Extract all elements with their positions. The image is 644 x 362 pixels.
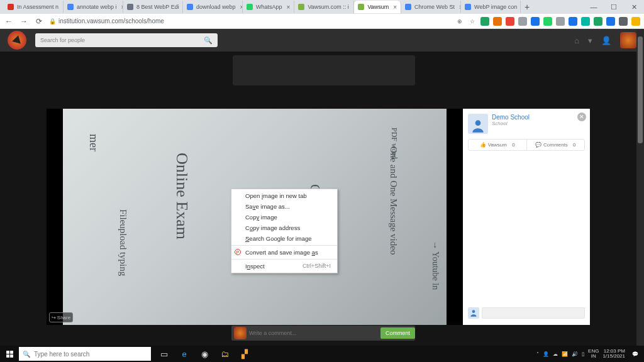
- extension-icon[interactable]: [518, 17, 527, 26]
- close-lightbox-button[interactable]: ✕: [577, 112, 586, 121]
- extension-icon[interactable]: [480, 17, 489, 26]
- browser-tab[interactable]: annotate webp i×: [64, 1, 123, 13]
- tab-favicon: [8, 4, 14, 10]
- extension-icon[interactable]: [606, 17, 615, 26]
- comment-composer: Write a comment... Comment: [231, 326, 415, 341]
- page-scrollbar[interactable]: [636, 29, 644, 346]
- vawsum-count-button[interactable]: 👍 Vawsum 0: [469, 140, 526, 150]
- browser-tab[interactable]: download webp×: [183, 1, 243, 13]
- tray-battery-icon[interactable]: ▯: [582, 351, 584, 357]
- nav-forward-icon[interactable]: →: [19, 16, 29, 26]
- tray-clock[interactable]: 12:03 PM1/15/2021: [602, 349, 625, 359]
- tab-label: 8 Best WebP Edi: [136, 4, 179, 10]
- browser-tab[interactable]: Vawsum×: [354, 1, 401, 13]
- browser-tab[interactable]: Chrome Web St×: [401, 1, 461, 13]
- tab-label: In Assessment n: [17, 4, 58, 10]
- poster-avatar[interactable]: [468, 114, 488, 134]
- browser-tab[interactable]: WebP image con×: [461, 1, 521, 13]
- menu-separator: [231, 259, 337, 260]
- file-explorer-icon[interactable]: 🗂: [215, 346, 234, 362]
- bookmark-icon[interactable]: ☆: [468, 17, 477, 26]
- tab-close-icon[interactable]: ×: [287, 4, 291, 11]
- tray-language[interactable]: ENGIN: [588, 349, 599, 359]
- profile-icon[interactable]: 👤: [601, 36, 611, 45]
- menu-item-inspect[interactable]: Inspect Ctrl+Shift+I: [231, 261, 337, 272]
- nav-reload-icon[interactable]: ⟳: [34, 16, 44, 26]
- close-window-button[interactable]: ✕: [624, 0, 644, 14]
- extension-icon[interactable]: [506, 17, 514, 26]
- extension-tray: ⊕ ☆: [455, 17, 640, 26]
- edge-icon[interactable]: e: [175, 346, 194, 362]
- menu-item-copy[interactable]: Copy image: [231, 212, 337, 222]
- avatar[interactable]: [620, 32, 636, 48]
- svg-rect-2: [6, 351, 9, 354]
- comment-input[interactable]: Write a comment...: [249, 330, 296, 336]
- extension-icon[interactable]: [581, 17, 590, 26]
- svg-rect-4: [6, 354, 9, 358]
- task-view-icon[interactable]: ▭: [155, 346, 174, 362]
- menu-shortcut: Ctrl+Shift+I: [303, 263, 331, 270]
- action-center-icon[interactable]: 💬: [629, 346, 641, 362]
- menu-separator: [231, 245, 337, 246]
- maximize-button[interactable]: ☐: [604, 0, 624, 14]
- tab-favicon: [298, 4, 304, 10]
- tab-favicon: [465, 4, 471, 10]
- filter-icon[interactable]: ▾: [588, 36, 592, 45]
- tray-network-icon[interactable]: 📶: [562, 351, 568, 357]
- extension-icon[interactable]: [594, 17, 602, 26]
- comments-count-button[interactable]: 💬 Comments 0: [526, 140, 585, 150]
- menu-item-convert-save[interactable]: P Convert and save image as: [231, 247, 337, 258]
- url-text: institution.vawsum.com/schools/home: [58, 18, 164, 25]
- extension-icon[interactable]: [556, 17, 565, 26]
- home-icon[interactable]: ⌂: [574, 36, 579, 45]
- minimize-button[interactable]: —: [584, 0, 604, 14]
- extension-icon[interactable]: [619, 17, 628, 26]
- tray-people-icon[interactable]: 👤: [543, 351, 549, 357]
- taskbar-search-placeholder: Type here to search: [34, 351, 89, 358]
- search-input[interactable]: Search for people 🔍: [35, 33, 218, 47]
- extension-icon[interactable]: [543, 17, 552, 26]
- extension-icon[interactable]: [569, 17, 577, 26]
- zoom-icon[interactable]: ⊕: [455, 17, 464, 26]
- lightbox-sidebar: ✕ Demo School School 👍 Vawsum 0 💬 Commen…: [463, 109, 590, 325]
- taskbar-apps: ▭ e ◉ 🗂 ▞: [155, 346, 254, 362]
- address-url[interactable]: 🔒 institution.vawsum.com/schools/home: [49, 18, 164, 25]
- svg-point-1: [472, 310, 475, 313]
- tab-favicon: [67, 4, 74, 10]
- browser-tab[interactable]: WhatsApp×: [243, 1, 294, 13]
- start-button[interactable]: [0, 346, 19, 362]
- menu-item-google[interactable]: Search Google for image: [231, 233, 337, 244]
- extension-icon[interactable]: [493, 17, 502, 26]
- browser-tab[interactable]: In Assessment n×: [4, 1, 64, 13]
- system-tray: ˄ 👤 ☁ 📶 🔊 ▯ ENGIN 12:03 PM1/15/2021 💬: [536, 346, 644, 362]
- lightbox-comment-input[interactable]: [482, 307, 585, 319]
- tray-onedrive-icon[interactable]: ☁: [553, 351, 558, 357]
- app-logo[interactable]: [8, 31, 26, 50]
- extension-icon[interactable]: [531, 17, 540, 26]
- window-controls: — ☐ ✕: [584, 0, 644, 14]
- svg-rect-5: [10, 354, 13, 358]
- tab-close-icon[interactable]: ×: [393, 4, 397, 11]
- chrome-icon[interactable]: ◉: [195, 346, 214, 362]
- share-button[interactable]: ↪ Share: [49, 312, 73, 322]
- menu-item-open[interactable]: Open image in new tab: [231, 190, 337, 201]
- header-actions: ⌂ ▾ 👤: [574, 32, 636, 48]
- browser-tab[interactable]: Vawsum.com :: i×: [294, 1, 354, 13]
- scrollbar-thumb[interactable]: [638, 36, 643, 143]
- lock-icon: 🔒: [49, 18, 56, 25]
- menu-item-save[interactable]: Save image as...: [231, 201, 337, 212]
- app-icon[interactable]: ▞: [235, 346, 254, 362]
- tray-volume-icon[interactable]: 🔊: [572, 351, 578, 357]
- tray-chevron-icon[interactable]: ˄: [536, 351, 539, 357]
- new-tab-button[interactable]: +: [521, 2, 533, 12]
- comment-button[interactable]: Comment: [380, 327, 415, 339]
- extension-icon[interactable]: [631, 17, 640, 26]
- menu-item-addr[interactable]: Copy image address: [231, 222, 337, 233]
- taskbar-search[interactable]: 🔍 Type here to search: [19, 347, 151, 361]
- avatar: [234, 327, 247, 339]
- browser-tab[interactable]: 8 Best WebP Edi×: [123, 1, 183, 13]
- tab-favicon: [405, 4, 411, 10]
- poster-name[interactable]: Demo School: [492, 114, 530, 121]
- nav-back-icon[interactable]: ←: [4, 16, 14, 26]
- tab-favicon: [247, 4, 253, 10]
